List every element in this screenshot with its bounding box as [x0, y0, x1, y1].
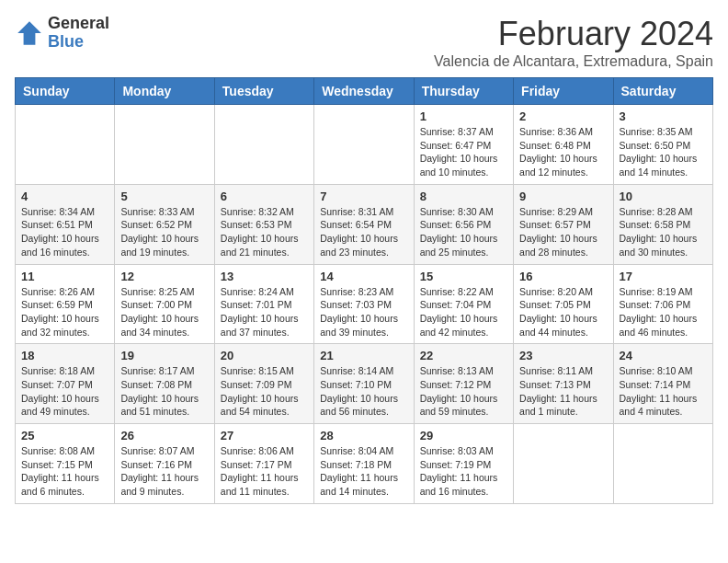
day-number: 6 [221, 190, 308, 203]
day-info: Sunrise: 8:22 AMSunset: 7:04 PMDaylight:… [420, 285, 507, 339]
calendar-cell: 6Sunrise: 8:32 AMSunset: 6:53 PMDaylight… [214, 184, 313, 264]
month-title: February 2024 [434, 15, 713, 53]
day-number: 24 [620, 349, 707, 362]
day-info: Sunrise: 8:10 AMSunset: 7:14 PMDaylight:… [620, 364, 707, 419]
calendar-cell: 13Sunrise: 8:24 AMSunset: 7:01 PMDayligh… [214, 264, 313, 344]
calendar-cell: 2Sunrise: 8:36 AMSunset: 6:48 PMDaylight… [514, 105, 613, 185]
header: General Blue February 2024 Valencia de A… [15, 15, 713, 70]
day-info: Sunrise: 8:15 AMSunset: 7:09 PMDaylight:… [221, 364, 308, 419]
week-row: 1Sunrise: 8:37 AMSunset: 6:47 PMDaylight… [16, 105, 713, 185]
day-info: Sunrise: 8:04 AMSunset: 7:18 PMDaylight:… [320, 444, 407, 499]
day-number: 11 [21, 270, 108, 283]
day-number: 21 [320, 349, 407, 362]
logo-text: General Blue [48, 15, 109, 52]
calendar-cell: 9Sunrise: 8:29 AMSunset: 6:57 PMDaylight… [514, 184, 613, 264]
day-number: 23 [519, 349, 607, 362]
calendar-cell: 7Sunrise: 8:31 AMSunset: 6:54 PMDaylight… [314, 184, 414, 264]
logo-blue-text: Blue [48, 33, 109, 52]
week-row: 11Sunrise: 8:26 AMSunset: 6:59 PMDayligh… [16, 264, 713, 344]
calendar-cell [514, 424, 613, 504]
calendar-cell: 29Sunrise: 8:03 AMSunset: 7:19 PMDayligh… [414, 424, 513, 504]
day-info: Sunrise: 8:30 AMSunset: 6:56 PMDaylight:… [420, 205, 507, 259]
day-number: 8 [420, 190, 507, 203]
svg-marker-0 [17, 21, 41, 45]
day-info: Sunrise: 8:20 AMSunset: 7:05 PMDaylight:… [519, 285, 607, 339]
day-number: 25 [21, 429, 108, 442]
day-header-thursday: Thursday [414, 78, 513, 105]
day-info: Sunrise: 8:24 AMSunset: 7:01 PMDaylight:… [221, 285, 308, 339]
day-header-wednesday: Wednesday [314, 78, 414, 105]
day-number: 19 [120, 349, 208, 362]
calendar-cell: 12Sunrise: 8:25 AMSunset: 7:00 PMDayligh… [115, 264, 214, 344]
day-number: 3 [620, 109, 707, 123]
calendar-cell: 8Sunrise: 8:30 AMSunset: 6:56 PMDaylight… [414, 184, 513, 264]
day-info: Sunrise: 8:14 AMSunset: 7:10 PMDaylight:… [320, 364, 407, 419]
calendar-cell: 18Sunrise: 8:18 AMSunset: 7:07 PMDayligh… [16, 344, 115, 424]
week-row: 18Sunrise: 8:18 AMSunset: 7:07 PMDayligh… [16, 344, 713, 424]
calendar: SundayMondayTuesdayWednesdayThursdayFrid… [15, 77, 713, 504]
logo-general-text: General [48, 15, 109, 33]
location-subtitle: Valencia de Alcantara, Extremadura, Spai… [434, 53, 713, 70]
day-info: Sunrise: 8:19 AMSunset: 7:06 PMDaylight:… [620, 285, 707, 339]
day-number: 14 [320, 270, 407, 283]
day-number: 12 [120, 270, 208, 283]
day-info: Sunrise: 8:13 AMSunset: 7:12 PMDaylight:… [420, 364, 507, 419]
calendar-cell: 23Sunrise: 8:11 AMSunset: 7:13 PMDayligh… [514, 344, 613, 424]
day-number: 18 [21, 349, 108, 362]
week-row: 4Sunrise: 8:34 AMSunset: 6:51 PMDaylight… [16, 184, 713, 264]
day-info: Sunrise: 8:36 AMSunset: 6:48 PMDaylight:… [519, 125, 607, 179]
calendar-cell: 22Sunrise: 8:13 AMSunset: 7:12 PMDayligh… [414, 344, 513, 424]
calendar-cell [115, 105, 214, 185]
calendar-cell: 16Sunrise: 8:20 AMSunset: 7:05 PMDayligh… [514, 264, 613, 344]
calendar-header: SundayMondayTuesdayWednesdayThursdayFrid… [16, 78, 713, 105]
day-info: Sunrise: 8:32 AMSunset: 6:53 PMDaylight:… [221, 205, 308, 259]
day-number: 1 [420, 109, 507, 123]
day-number: 15 [420, 270, 507, 283]
day-number: 28 [320, 429, 407, 442]
calendar-cell: 27Sunrise: 8:06 AMSunset: 7:17 PMDayligh… [214, 424, 313, 504]
day-number: 4 [21, 190, 108, 203]
day-info: Sunrise: 8:34 AMSunset: 6:51 PMDaylight:… [21, 205, 108, 259]
day-header-monday: Monday [115, 78, 214, 105]
day-info: Sunrise: 8:03 AMSunset: 7:19 PMDaylight:… [420, 444, 507, 499]
calendar-cell: 19Sunrise: 8:17 AMSunset: 7:08 PMDayligh… [115, 344, 214, 424]
day-number: 7 [320, 190, 407, 203]
calendar-cell [16, 105, 115, 185]
calendar-cell: 21Sunrise: 8:14 AMSunset: 7:10 PMDayligh… [314, 344, 414, 424]
day-number: 29 [420, 429, 507, 442]
calendar-cell: 5Sunrise: 8:33 AMSunset: 6:52 PMDaylight… [115, 184, 214, 264]
day-info: Sunrise: 8:35 AMSunset: 6:50 PMDaylight:… [620, 125, 707, 179]
day-info: Sunrise: 8:07 AMSunset: 7:16 PMDaylight:… [120, 444, 208, 499]
calendar-cell: 15Sunrise: 8:22 AMSunset: 7:04 PMDayligh… [414, 264, 513, 344]
day-info: Sunrise: 8:18 AMSunset: 7:07 PMDaylight:… [21, 364, 108, 419]
calendar-cell: 24Sunrise: 8:10 AMSunset: 7:14 PMDayligh… [613, 344, 712, 424]
day-info: Sunrise: 8:17 AMSunset: 7:08 PMDaylight:… [120, 364, 208, 419]
day-info: Sunrise: 8:31 AMSunset: 6:54 PMDaylight:… [320, 205, 407, 259]
calendar-cell [613, 424, 712, 504]
day-number: 27 [221, 429, 308, 442]
day-info: Sunrise: 8:23 AMSunset: 7:03 PMDaylight:… [320, 285, 407, 339]
day-header-tuesday: Tuesday [214, 78, 313, 105]
day-info: Sunrise: 8:11 AMSunset: 7:13 PMDaylight:… [519, 364, 607, 419]
day-header-friday: Friday [514, 78, 613, 105]
day-number: 10 [620, 190, 707, 203]
calendar-cell: 20Sunrise: 8:15 AMSunset: 7:09 PMDayligh… [214, 344, 313, 424]
calendar-cell: 3Sunrise: 8:35 AMSunset: 6:50 PMDaylight… [613, 105, 712, 185]
day-header-saturday: Saturday [613, 78, 712, 105]
day-number: 5 [120, 190, 208, 203]
calendar-cell: 10Sunrise: 8:28 AMSunset: 6:58 PMDayligh… [613, 184, 712, 264]
calendar-cell: 17Sunrise: 8:19 AMSunset: 7:06 PMDayligh… [613, 264, 712, 344]
calendar-cell: 28Sunrise: 8:04 AMSunset: 7:18 PMDayligh… [314, 424, 414, 504]
day-number: 22 [420, 349, 507, 362]
calendar-cell: 25Sunrise: 8:08 AMSunset: 7:15 PMDayligh… [16, 424, 115, 504]
day-info: Sunrise: 8:26 AMSunset: 6:59 PMDaylight:… [21, 285, 108, 339]
day-number: 17 [620, 270, 707, 283]
logo-icon [15, 18, 44, 48]
day-number: 20 [221, 349, 308, 362]
calendar-cell [214, 105, 313, 185]
days-of-week-row: SundayMondayTuesdayWednesdayThursdayFrid… [16, 78, 713, 105]
calendar-cell: 26Sunrise: 8:07 AMSunset: 7:16 PMDayligh… [115, 424, 214, 504]
calendar-cell: 14Sunrise: 8:23 AMSunset: 7:03 PMDayligh… [314, 264, 414, 344]
calendar-cell: 4Sunrise: 8:34 AMSunset: 6:51 PMDaylight… [16, 184, 115, 264]
day-number: 16 [519, 270, 607, 283]
